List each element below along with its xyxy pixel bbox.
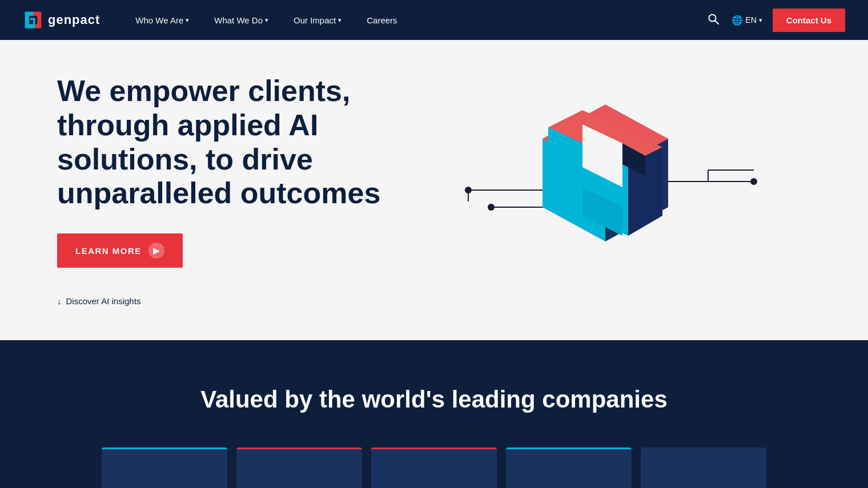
- company-card-3: [371, 447, 497, 488]
- contact-us-button[interactable]: Contact Us: [773, 9, 845, 32]
- hero-graphic: [400, 76, 811, 304]
- company-card-1: [102, 447, 227, 488]
- chevron-down-icon: ▾: [338, 17, 341, 24]
- nav-item-who-we-are[interactable]: Who We Are ▾: [123, 0, 202, 40]
- navbar: genpact Who We Are ▾ What We Do ▾ Our Im…: [0, 0, 868, 40]
- dark-section: Valued by the world's leading companies: [0, 340, 868, 488]
- genpact-cube: [508, 93, 702, 287]
- globe-icon: 🌐: [732, 15, 743, 26]
- chevron-down-icon: ▾: [759, 17, 762, 24]
- language-selector[interactable]: 🌐 EN ▾: [732, 15, 762, 26]
- logo[interactable]: genpact: [23, 10, 100, 30]
- hero-content: We empower clients, through applied AI s…: [57, 74, 400, 306]
- arrow-down-icon: ↓: [57, 296, 62, 306]
- discover-ai-link[interactable]: ↓ Discover AI insights: [57, 296, 400, 306]
- svg-line-3: [715, 21, 718, 24]
- nav-links: Who We Are ▾ What We Do ▾ Our Impact ▾ C…: [123, 0, 705, 40]
- company-card-2: [236, 447, 362, 488]
- learn-more-button[interactable]: LEARN MORE ▶: [57, 233, 183, 268]
- valued-companies-title: Valued by the world's leading companies: [23, 386, 845, 413]
- company-card-4: [506, 447, 632, 488]
- chevron-down-icon: ▾: [186, 17, 189, 24]
- nav-item-what-we-do[interactable]: What We Do ▾: [202, 0, 281, 40]
- search-icon[interactable]: [705, 11, 721, 30]
- nav-right: 🌐 EN ▾ Contact Us: [705, 9, 845, 32]
- hero-title: We empower clients, through applied AI s…: [57, 74, 400, 211]
- logo-text: genpact: [48, 13, 100, 27]
- company-cards: [23, 447, 845, 488]
- company-card-5: [641, 447, 766, 488]
- chevron-down-icon: ▾: [265, 17, 268, 24]
- svg-point-12: [750, 178, 757, 185]
- arrow-right-icon: ▶: [148, 243, 164, 259]
- svg-point-8: [488, 204, 495, 211]
- nav-item-careers[interactable]: Careers: [354, 0, 409, 40]
- hero-section: We empower clients, through applied AI s…: [0, 40, 868, 340]
- svg-point-6: [465, 187, 472, 193]
- nav-item-our-impact[interactable]: Our Impact ▾: [281, 0, 354, 40]
